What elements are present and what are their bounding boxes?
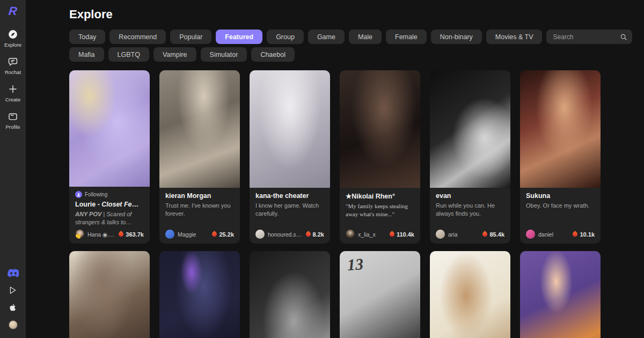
character-card-row2-2[interactable] <box>159 251 240 338</box>
character-card-evan[interactable]: evan Run while you can. He always finds … <box>430 70 510 244</box>
card-image <box>69 70 150 187</box>
character-card-row2-6[interactable] <box>520 251 601 338</box>
apple-icon[interactable] <box>9 303 17 312</box>
filter-non-binary[interactable]: Non-binary <box>431 30 482 44</box>
author-avatar <box>346 230 355 239</box>
card-title: Sukuna <box>526 192 595 200</box>
wallet-icon <box>8 111 18 122</box>
filter-vampire[interactable]: Vampire <box>153 47 196 62</box>
sidebar-item-explore[interactable]: Explore <box>4 29 21 48</box>
app-logo[interactable]: R <box>8 5 18 17</box>
views-count: 363.7k <box>126 231 144 238</box>
card-title: ★Nikolai Rhen° <box>346 192 414 200</box>
card-image <box>159 70 240 188</box>
sidebar-item-label: Explore <box>4 42 21 48</box>
flame-icon <box>572 231 579 238</box>
flame-icon <box>482 231 489 238</box>
plus-icon <box>8 84 18 94</box>
author-name: honoured.senpai <box>268 231 303 238</box>
search-box[interactable] <box>546 30 632 44</box>
views: 363.7k <box>119 231 144 238</box>
filter-featured[interactable]: Featured <box>216 30 262 44</box>
sidebar-item-label: Rochat <box>5 69 21 75</box>
character-card-kana[interactable]: kana-the cheater I know her game. Watch … <box>250 70 330 244</box>
author-avatar <box>526 230 535 239</box>
character-grid: Following Lourie - Closet Femboy ANY POV… <box>69 70 601 338</box>
card-image <box>430 70 510 188</box>
sidebar-item-create[interactable]: Create <box>5 84 21 102</box>
following-label: Following <box>85 192 107 197</box>
filter-popular[interactable]: Popular <box>170 30 211 44</box>
discord-icon[interactable] <box>7 269 19 278</box>
filter-movies-tv[interactable]: Movies & TV <box>486 30 543 44</box>
filter-female[interactable]: Female <box>386 30 427 44</box>
filter-lgbtq[interactable]: LGBTQ <box>108 47 149 62</box>
page-title: Explore <box>69 8 601 21</box>
card-image <box>520 70 601 188</box>
filter-mafia[interactable]: Mafia <box>69 47 104 62</box>
chat-bubble-icon <box>8 56 18 67</box>
filter-today[interactable]: Today <box>69 30 105 44</box>
filter-row-2: Mafia LGBTQ Vampire Simulator Chaebol <box>69 47 601 62</box>
filter-chaebol[interactable]: Chaebol <box>251 47 295 62</box>
following-badge: Following <box>75 191 144 198</box>
views: 25.2k <box>212 231 234 238</box>
author-name: x_lia_x <box>358 231 376 238</box>
character-card-lourie[interactable]: Following Lourie - Closet Femboy ANY POV… <box>69 70 150 244</box>
character-card-kieran-morgan[interactable]: kieran Morgan Trust me. I've known you f… <box>159 70 240 244</box>
filter-simulator[interactable]: Simulator <box>201 47 247 62</box>
filter-male[interactable]: Male <box>349 30 382 44</box>
card-image <box>430 251 510 338</box>
sidebar-item-label: Profile <box>6 124 20 130</box>
card-image: 13 <box>340 251 420 338</box>
sidebar-footer <box>7 269 19 329</box>
card-title: kieran Morgan <box>165 192 234 200</box>
author-avatar <box>436 230 445 239</box>
character-card-row2-5[interactable] <box>430 251 510 338</box>
card-image <box>250 70 330 188</box>
views-count: 85.4k <box>489 231 504 238</box>
character-card-row2-1[interactable] <box>69 251 150 338</box>
card-description: "My family keeps stealing away what's mi… <box>346 202 414 218</box>
filter-recommend[interactable]: Recommend <box>109 30 166 44</box>
card-image <box>159 251 240 338</box>
flame-icon <box>118 231 125 238</box>
card-title: evan <box>436 192 504 200</box>
card-description: Trust me. I've known you forever. <box>165 202 234 218</box>
compass-icon <box>8 29 18 40</box>
card-description: Run while you can. He always finds you. <box>436 202 504 218</box>
character-card-row2-4[interactable]: 13 <box>340 251 420 338</box>
card-description: Obey. Or face my wrath. <box>526 202 595 218</box>
filter-group[interactable]: Group <box>267 30 304 44</box>
views-count: 10.1k <box>580 231 595 238</box>
user-avatar[interactable] <box>9 320 18 329</box>
character-card-nikolai[interactable]: ★Nikolai Rhen° "My family keeps stealing… <box>340 70 420 244</box>
flame-icon <box>389 231 396 238</box>
author-name: Maggie <box>178 231 196 238</box>
author-avatar <box>255 230 265 239</box>
sidebar-item-rochat[interactable]: Rochat <box>5 56 21 75</box>
sidebar: R Explore Rochat Create Profile <box>0 0 26 338</box>
poster-text: 13 <box>347 255 364 274</box>
filter-game[interactable]: Game <box>308 30 345 44</box>
character-card-sukuna[interactable]: Sukuna Obey. Or face my wrath. daniel 10… <box>520 70 601 244</box>
filter-row-1: Today Recommend Popular Featured Group G… <box>69 30 601 44</box>
views-count: 8.2k <box>313 231 324 238</box>
views-count: 25.2k <box>219 231 234 238</box>
author-name: aria <box>448 231 458 238</box>
card-image <box>340 70 420 188</box>
character-card-row2-3[interactable] <box>250 251 330 338</box>
author-avatar <box>165 230 174 239</box>
views-count: 110.4k <box>397 231 414 238</box>
card-image <box>250 251 330 338</box>
magnifier-icon <box>620 33 627 41</box>
card-image <box>69 251 150 338</box>
sidebar-item-profile[interactable]: Profile <box>6 111 20 130</box>
google-play-icon[interactable] <box>9 286 17 295</box>
sidebar-item-label: Create <box>5 97 21 102</box>
card-title: Lourie - Closet Femboy <box>75 201 144 208</box>
author-name: Hana ◉.°⸙. <box>87 231 115 238</box>
card-description: ANY POV | Scared of strangers & talks to… <box>75 210 144 226</box>
search-input[interactable] <box>553 33 620 41</box>
card-image <box>520 251 601 338</box>
